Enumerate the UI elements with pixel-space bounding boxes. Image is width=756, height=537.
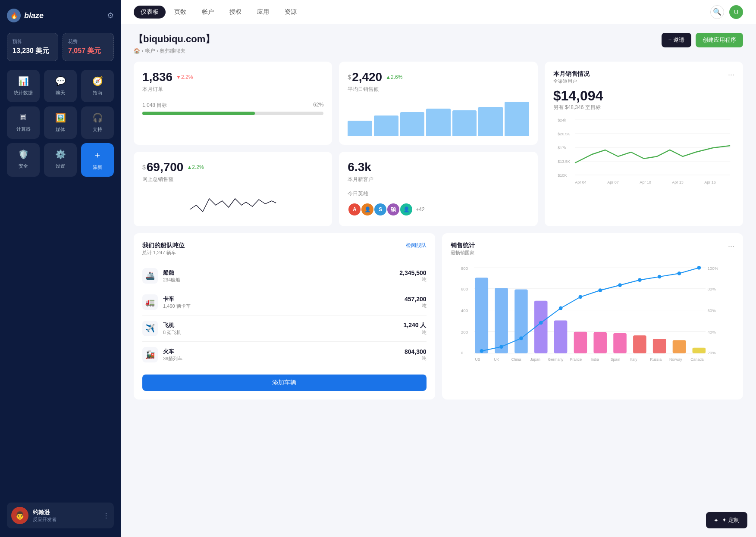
svg-rect-30 xyxy=(574,332,587,353)
fleet-title-section: 我们的船队吨位 总计 1,247 辆车 xyxy=(142,242,185,256)
tab-resources[interactable]: 资源 xyxy=(278,6,304,19)
svg-text:Germany: Germany xyxy=(548,357,563,362)
page-title-section: 【biqubiqu.com】 🏠 › 帐户 › 奥弗维耶夫 xyxy=(134,33,215,55)
customize-button[interactable]: ✦ ✦ 定制 xyxy=(706,512,747,528)
stats-row: 1,836 ▼2.2% 本月订单 1,048 目标 62% $ xyxy=(134,62,743,226)
monthly-sales-card: 本月销售情况 全渠道用户 ··· $14,094 另有 $48,346 至目标 xyxy=(545,62,743,226)
mini-bar-chart xyxy=(348,102,529,136)
user-info: 约翰逊 反应开发者 xyxy=(33,509,56,523)
fleet-link[interactable]: 检阅舰队 xyxy=(406,242,427,249)
tab-accounts[interactable]: 帐户 xyxy=(195,6,221,19)
sales-stats-card: 销售统计 最畅销国家 ··· 800 600 400 200 0 xyxy=(442,233,743,400)
bar-3 xyxy=(400,112,425,136)
bottom-grid: 我们的船队吨位 总计 1,247 辆车 检阅舰队 🚢 船舶 234艘船 2,34… xyxy=(134,233,743,400)
support-icon: 🎧 xyxy=(92,112,103,123)
svg-rect-29 xyxy=(554,320,567,353)
topnav-avatar[interactable]: U xyxy=(729,5,743,19)
support-label: 支持 xyxy=(93,126,102,133)
svg-text:400: 400 xyxy=(461,308,468,313)
progress-bar xyxy=(142,112,323,115)
svg-rect-34 xyxy=(652,339,666,353)
new-customers-value: 6.3k xyxy=(348,160,371,174)
plane-name: 飞机 xyxy=(163,322,181,329)
wavy-chart xyxy=(142,190,323,216)
ship-value: 2,345,500 吨 xyxy=(399,269,426,283)
svg-point-48 xyxy=(697,266,701,270)
add-vehicle-button[interactable]: 添加车辆 xyxy=(142,375,427,391)
security-icon: 🛡️ xyxy=(18,149,29,159)
sidebar-item-security[interactable]: 🛡️ 安全 xyxy=(7,143,40,177)
customize-icon: ✦ xyxy=(714,517,718,524)
svg-point-38 xyxy=(499,345,503,349)
progress-section: 1,048 目标 62% xyxy=(142,102,323,115)
svg-rect-32 xyxy=(613,333,627,353)
create-app-button[interactable]: 创建应用程序 xyxy=(696,33,743,47)
svg-point-37 xyxy=(480,349,483,353)
svg-text:$17k: $17k xyxy=(558,146,566,150)
svg-rect-28 xyxy=(534,301,547,353)
train-name: 火车 xyxy=(163,348,182,356)
nav-grid: 📊 统计数据 💬 聊天 🧭 指南 🖩 计算器 🖼️ 媒体 🎧 支持 🛡️ 安全 xyxy=(7,70,114,177)
sidebar-item-settings[interactable]: ⚙️ 设置 xyxy=(44,143,77,177)
logo-icon: 🔥 xyxy=(7,9,21,22)
page-actions: + 邀请 创建应用程序 xyxy=(662,33,743,47)
search-button[interactable]: 🔍 xyxy=(710,5,724,19)
svg-rect-35 xyxy=(672,340,686,353)
user-more-icon[interactable]: ⋮ xyxy=(103,512,110,520)
settings-icon: ⚙️ xyxy=(55,149,66,159)
sidebar-item-chat[interactable]: 💬 聊天 xyxy=(44,70,77,102)
svg-text:US: US xyxy=(475,357,480,362)
tab-pages[interactable]: 页数 xyxy=(167,6,193,19)
svg-point-40 xyxy=(539,321,543,325)
svg-rect-26 xyxy=(495,288,508,353)
truck-value: 457,200 吨 xyxy=(405,296,427,309)
invite-button[interactable]: + 邀请 xyxy=(662,33,691,47)
tab-apps[interactable]: 应用 xyxy=(250,6,276,19)
calc-label: 计算器 xyxy=(16,126,31,132)
sidebar-settings-icon[interactable]: ⚙ xyxy=(107,11,114,20)
svg-text:Norway: Norway xyxy=(669,357,682,362)
budget-label: 预算 xyxy=(13,38,53,45)
svg-text:60%: 60% xyxy=(707,308,716,313)
daily-sales-value: 2,420 xyxy=(352,70,382,84)
content-area: 【biqubiqu.com】 🏠 › 帐户 › 奥弗维耶夫 + 邀请 创建应用程… xyxy=(121,24,756,537)
daily-sales-change: ▲2.6% xyxy=(386,74,402,80)
sidebar-item-guide[interactable]: 🧭 指南 xyxy=(81,70,114,102)
sidebar-item-support[interactable]: 🎧 支持 xyxy=(81,106,114,139)
svg-text:Italy: Italy xyxy=(630,357,637,362)
guide-icon: 🧭 xyxy=(92,76,103,86)
svg-text:40%: 40% xyxy=(707,330,716,334)
svg-text:800: 800 xyxy=(461,266,468,271)
chat-label: 聊天 xyxy=(56,90,65,96)
chart-more-icon[interactable]: ··· xyxy=(728,70,734,79)
budget-section: 预算 13,230 美元 花费 7,057 美元 xyxy=(7,33,114,61)
sidebar-item-media[interactable]: 🖼️ 媒体 xyxy=(44,106,77,139)
user-role: 反应开发者 xyxy=(33,516,56,523)
svg-point-45 xyxy=(637,278,641,282)
svg-rect-31 xyxy=(593,332,607,353)
train-info: 火车 36趟列车 xyxy=(163,348,182,362)
truck-info: 卡车 1,460 辆卡车 xyxy=(163,295,191,309)
svg-text:Apr 13: Apr 13 xyxy=(672,180,684,184)
sidebar-item-stats[interactable]: 📊 统计数据 xyxy=(7,70,40,102)
chart-title-section: 本月销售情况 全渠道用户 xyxy=(553,70,590,84)
svg-text:$13.5K: $13.5K xyxy=(558,159,570,164)
daily-sales-label: 平均日销售额 xyxy=(348,86,529,93)
customize-label: ✦ 定制 xyxy=(722,516,740,524)
sidebar-item-add[interactable]: ＋ 添新 xyxy=(81,143,114,177)
svg-text:France: France xyxy=(570,357,581,362)
truck-icon: 🚛 xyxy=(142,294,158,310)
ship-name: 船舶 xyxy=(163,269,180,277)
svg-text:Japan: Japan xyxy=(530,357,540,362)
svg-rect-27 xyxy=(514,289,528,353)
bar-7 xyxy=(505,102,529,136)
sidebar-item-calc[interactable]: 🖩 计算器 xyxy=(7,106,40,139)
fleet-title: 我们的船队吨位 xyxy=(142,242,185,250)
tab-auth[interactable]: 授权 xyxy=(223,6,248,19)
hero-1: A xyxy=(348,203,361,216)
svg-text:Apr 10: Apr 10 xyxy=(640,180,651,184)
svg-text:Russia: Russia xyxy=(650,357,662,362)
tab-dashboard[interactable]: 仪表板 xyxy=(134,6,166,19)
sales-stats-more-icon[interactable]: ··· xyxy=(728,242,734,251)
sales-stats-subtitle: 最畅销国家 xyxy=(451,250,475,256)
